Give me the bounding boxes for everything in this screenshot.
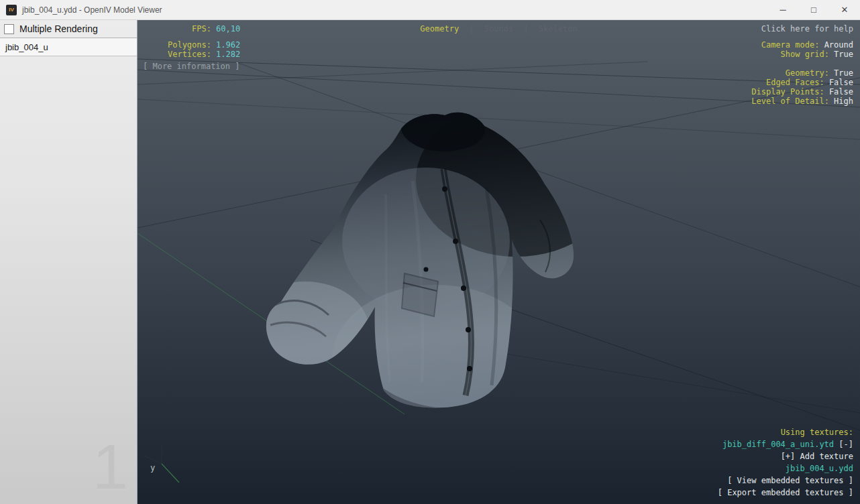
edged-faces-option-row[interactable]: Edged Faces: False (751, 78, 853, 87)
texture-file-name: jbib_diff_004_a_uni.ytd (722, 440, 834, 449)
multiple-rendering-row: Multiple Rendering (0, 20, 137, 38)
maximize-button[interactable]: □ (798, 0, 829, 19)
axis-lines (138, 233, 405, 483)
minimize-button[interactable]: ─ (767, 0, 798, 19)
level-of-detail-option-row[interactable]: Level of Detail: High (751, 97, 853, 106)
app-icon: IV (6, 5, 17, 15)
polygons-label: Polygons: (142, 40, 211, 50)
app-window: IV jbib_004_u.ydd - OpenIV Model Viewer … (0, 0, 860, 504)
window-controls: ─ □ ✕ (767, 0, 860, 19)
polygons-row: Polygons: 1.962 (142, 40, 240, 50)
display-points-label: Display Points: (751, 87, 824, 97)
display-points-option-row[interactable]: Display Points: False (751, 87, 853, 97)
help-link[interactable]: Click here for help (761, 24, 853, 34)
page-number-watermark: 1 (93, 435, 128, 499)
model-list-item-label: jbib_004_u (5, 42, 48, 52)
title-bar: IV jbib_004_u.ydd - OpenIV Model Viewer … (0, 0, 860, 20)
model-list-item[interactable]: jbib_004_u (0, 38, 137, 56)
level-of-detail-value: High (834, 97, 853, 106)
tab-separator: | (469, 24, 474, 34)
grid-lines (138, 59, 860, 430)
sidebar: Multiple Rendering jbib_004_u 1 (0, 20, 138, 504)
show-grid-value: True (834, 50, 853, 59)
level-of-detail-label: Level of Detail: (751, 97, 829, 106)
viewport-tabs: Geometry | Sounds | Skeleton (138, 24, 860, 34)
close-button[interactable]: ✕ (829, 0, 860, 19)
export-embedded-textures-button[interactable]: [ Export embedded textures ] (718, 487, 853, 499)
geometry-option-label: Geometry: (786, 68, 829, 78)
add-texture-button[interactable]: [+] Add texture (718, 450, 853, 462)
vertices-value: 1.282 (216, 50, 240, 59)
multiple-rendering-label: Multiple Rendering (19, 23, 98, 34)
camera-mode-value: Around (824, 40, 853, 50)
tab-skeleton[interactable]: Skeleton (539, 24, 578, 34)
textures-panel: Using textures: jbib_diff_004_a_uni.ytd … (718, 426, 853, 499)
tab-separator: | (523, 24, 528, 34)
camera-mode-row[interactable]: Camera mode: Around (761, 40, 853, 50)
camera-settings: Camera mode: Around Show grid: True (761, 40, 853, 59)
geometry-option-value: True (834, 68, 853, 78)
show-grid-label: Show grid: (781, 50, 829, 59)
window-title: jbib_004_u.ydd - OpenIV Model Viewer (22, 5, 162, 15)
tab-sounds[interactable]: Sounds (484, 24, 513, 34)
edged-faces-label: Edged Faces: (766, 78, 824, 87)
texture-file-row: jbib_diff_004_a_uni.ytd [-] (718, 438, 853, 450)
remove-texture-button[interactable]: [-] (839, 440, 853, 449)
using-textures-heading: Using textures: (718, 426, 853, 438)
multiple-rendering-checkbox[interactable] (4, 24, 14, 34)
polygons-value: 1.962 (216, 40, 240, 50)
geometry-option-row[interactable]: Geometry: True (751, 68, 853, 78)
model-file-name: jbib_004_u.ydd (718, 462, 853, 475)
model-viewport-canvas[interactable]: FPS: 60,10 Polygons: 1.962 Vertices: 1.2… (138, 20, 860, 504)
display-points-value: False (829, 87, 853, 97)
camera-mode-label: Camera mode: (761, 40, 820, 50)
vertices-label: Vertices: (142, 50, 211, 59)
show-grid-row[interactable]: Show grid: True (761, 50, 853, 59)
view-embedded-textures-button[interactable]: [ View embedded textures ] (718, 475, 853, 487)
model-shirt (241, 103, 617, 432)
vertices-row: Vertices: 1.282 (142, 50, 240, 59)
tab-geometry[interactable]: Geometry (420, 24, 459, 34)
y-axis-label: y (150, 464, 155, 472)
edged-faces-value: False (829, 78, 853, 87)
render-options: Geometry: True Edged Faces: False Displa… (751, 68, 853, 106)
more-information-link[interactable]: [ More information ] (143, 62, 240, 71)
